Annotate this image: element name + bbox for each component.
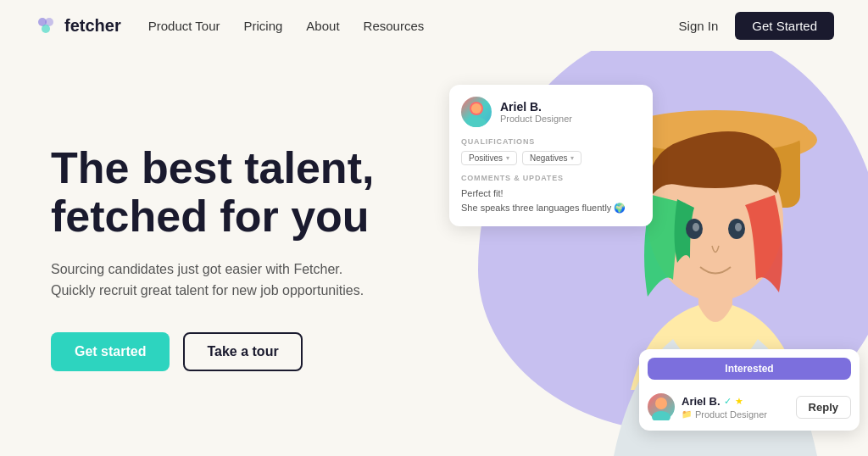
logo-icon (34, 14, 58, 37)
comment-2: She speaks three languages fluently 🌍 (461, 201, 641, 215)
notif-candidate-role: Product Designer (695, 409, 767, 420)
notif-info: Ariel B. ✓ ★ 📁 Product Designer (682, 395, 789, 420)
tag-negatives[interactable]: Negatives ▾ (522, 151, 581, 165)
hero-left: The best talent, fetched for you Sourcin… (0, 51, 424, 456)
card-header: Ariel B. Product Designer (461, 97, 641, 127)
svg-point-2 (42, 25, 50, 33)
notification-card: Interested Ariel B. ✓ ★ 📁 (639, 349, 860, 431)
logo[interactable]: fetcher (34, 14, 121, 37)
comments-label: COMMENTS & UPDATES (461, 174, 641, 182)
hero-subtitle: Sourcing candidates just got easier with… (51, 259, 373, 302)
notif-role-row: 📁 Product Designer (682, 409, 789, 420)
candidate-avatar (461, 97, 492, 127)
get-started-button[interactable]: Get started (51, 332, 170, 371)
svg-point-13 (735, 223, 742, 231)
card-identity: Ariel B. Product Designer (500, 100, 572, 124)
hero-title: The best talent, fetched for you (51, 144, 390, 241)
nav-links: Product Tour Pricing About Resources (148, 19, 425, 33)
nav-right: Sign In Get Started (679, 12, 834, 40)
logo-text: fetcher (64, 16, 121, 36)
svg-point-4 (466, 117, 487, 127)
nav-product-tour[interactable]: Product Tour (148, 19, 220, 33)
nav-resources[interactable]: Resources (364, 19, 425, 33)
svg-point-15 (655, 398, 667, 409)
qualifications-label: QUALIFICATIONS (461, 137, 641, 146)
svg-point-5 (471, 103, 481, 114)
star-icon: ★ (735, 396, 743, 407)
hero-right: Ariel B. Product Designer QUALIFICATIONS… (424, 51, 868, 456)
candidate-card: Ariel B. Product Designer QUALIFICATIONS… (449, 85, 653, 226)
notif-name-row: Ariel B. ✓ ★ (682, 395, 789, 408)
reply-button[interactable]: Reply (796, 396, 851, 419)
navigation: fetcher Product Tour Pricing About Resou… (0, 0, 868, 51)
notif-avatar (648, 393, 675, 420)
chevron-down-icon: ▾ (506, 154, 509, 162)
chevron-down-icon: ▾ (570, 154, 574, 162)
svg-point-16 (652, 411, 670, 420)
nav-about[interactable]: About (306, 19, 339, 33)
notif-body: Ariel B. ✓ ★ 📁 Product Designer Reply (639, 386, 860, 431)
folder-icon: 📁 (682, 409, 692, 419)
check-icon: ✓ (724, 396, 732, 407)
card-candidate-name: Ariel B. (500, 100, 572, 114)
nav-pricing[interactable]: Pricing (243, 19, 282, 33)
notif-candidate-name: Ariel B. (682, 395, 721, 408)
hero-section: The best talent, fetched for you Sourcin… (0, 51, 868, 456)
card-candidate-role: Product Designer (500, 114, 572, 124)
sign-in-button[interactable]: Sign In (679, 19, 719, 33)
card-tags: Positives ▾ Negatives ▾ (461, 151, 641, 165)
interested-badge: Interested (648, 358, 851, 380)
tag-positives[interactable]: Positives ▾ (461, 151, 517, 165)
take-tour-button[interactable]: Take a tour (183, 332, 302, 371)
comment-1: Perfect fit! (461, 186, 641, 201)
get-started-nav-button[interactable]: Get Started (735, 12, 834, 40)
svg-point-12 (693, 223, 699, 231)
hero-buttons: Get started Take a tour (51, 332, 390, 371)
